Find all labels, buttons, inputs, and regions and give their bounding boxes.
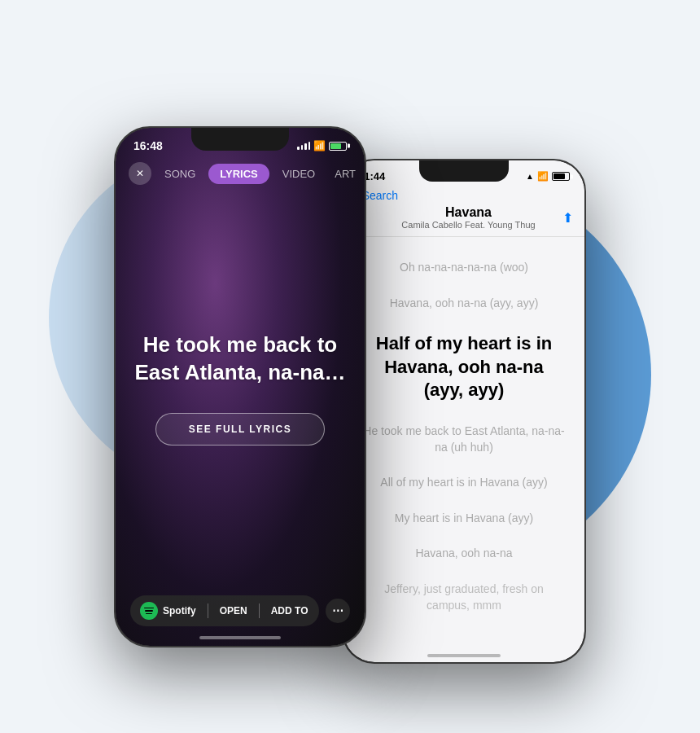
- spotify-pill: Spotify OPEN ADD TO: [130, 595, 319, 626]
- notch-right: [419, 160, 509, 182]
- share-button-right[interactable]: ⬆: [562, 210, 573, 226]
- open-button[interactable]: OPEN: [220, 605, 247, 617]
- back-label: Search: [362, 189, 398, 202]
- home-indicator-right: [427, 654, 501, 657]
- nav-tabs-left: ✕ SONG LYRICS VIDEO ART ⬆: [116, 156, 365, 191]
- title-row-right: Havana Camila Cabello Feat. Young Thug ⬆: [355, 205, 573, 230]
- battery-icon: [329, 142, 347, 151]
- lyric-line-2: Havana, ooh na-na (ayy, ayy): [360, 286, 568, 322]
- signal-icon-right: ▲: [526, 172, 534, 181]
- left-main-content: He took me back to East Atlanta, na-na… …: [116, 191, 365, 586]
- tab-song[interactable]: SONG: [158, 165, 202, 183]
- see-full-lyrics-button[interactable]: SEE FULL LYRICS: [155, 413, 326, 446]
- notch-left: [191, 128, 289, 151]
- divider-1: [208, 604, 208, 618]
- song-title: Havana: [374, 205, 562, 220]
- phones-container: 16:48 📶 ✕: [114, 94, 586, 664]
- phone-left: 16:48 📶 ✕: [114, 126, 366, 647]
- lyric-line-7: Havana, ooh na-na: [360, 536, 568, 572]
- tab-video[interactable]: VIDEO: [276, 165, 322, 183]
- battery-icon-right: [552, 172, 570, 181]
- close-button[interactable]: ✕: [129, 162, 151, 185]
- tab-lyrics[interactable]: LYRICS: [208, 164, 269, 184]
- add-to-button[interactable]: ADD TO: [271, 605, 308, 617]
- phone-right-screen: 11:44 ▲ 📶 ‹ Search Hava: [343, 160, 584, 662]
- status-icons-left: 📶: [297, 140, 347, 151]
- main-lyrics-display: He took me back to East Atlanta, na-na…: [132, 331, 348, 387]
- more-options-button[interactable]: ⋯: [326, 599, 350, 623]
- phone-right: 11:44 ▲ 📶 ‹ Search Hava: [342, 159, 586, 664]
- song-info-center: Havana Camila Cabello Feat. Young Thug: [374, 205, 562, 230]
- back-button-right[interactable]: ‹ Search: [355, 189, 573, 202]
- status-icons-right: ▲ 📶: [526, 171, 570, 182]
- signal-icon: [297, 142, 310, 150]
- tab-art[interactable]: ART: [328, 165, 362, 183]
- song-artist: Camila Cabello Feat. Young Thug: [374, 220, 562, 230]
- lyrics-scroll-area[interactable]: Oh na-na-na-na-na (woo) Havana, ooh na-n…: [343, 237, 584, 662]
- spotify-label: Spotify: [163, 605, 196, 617]
- status-time-left: 16:48: [133, 139, 163, 152]
- wifi-icon-right: 📶: [537, 171, 549, 182]
- lyric-line-8: Jeffery, just graduated, fresh on campus…: [360, 572, 568, 623]
- lyric-line-1: Oh na-na-na-na-na (woo): [360, 250, 568, 286]
- spotify-logo-lines: [144, 608, 154, 615]
- wifi-icon: 📶: [313, 140, 326, 151]
- divider-2: [259, 604, 260, 618]
- lyric-line-6: My heart is in Havana (ayy): [360, 501, 568, 537]
- phone-left-screen: 16:48 📶 ✕: [116, 128, 365, 646]
- lyric-line-active: Half of my heart is in Havana, ooh na-na…: [360, 321, 568, 414]
- spotify-logo: [140, 602, 158, 620]
- lyric-line-5: All of my heart is in Havana (ayy): [360, 465, 568, 501]
- nav-right: ‹ Search Havana Camila Cabello Feat. You…: [343, 186, 584, 237]
- lyric-line-4: He took me back to East Atlanta, na-na-n…: [360, 414, 568, 465]
- home-indicator-left: [199, 636, 281, 639]
